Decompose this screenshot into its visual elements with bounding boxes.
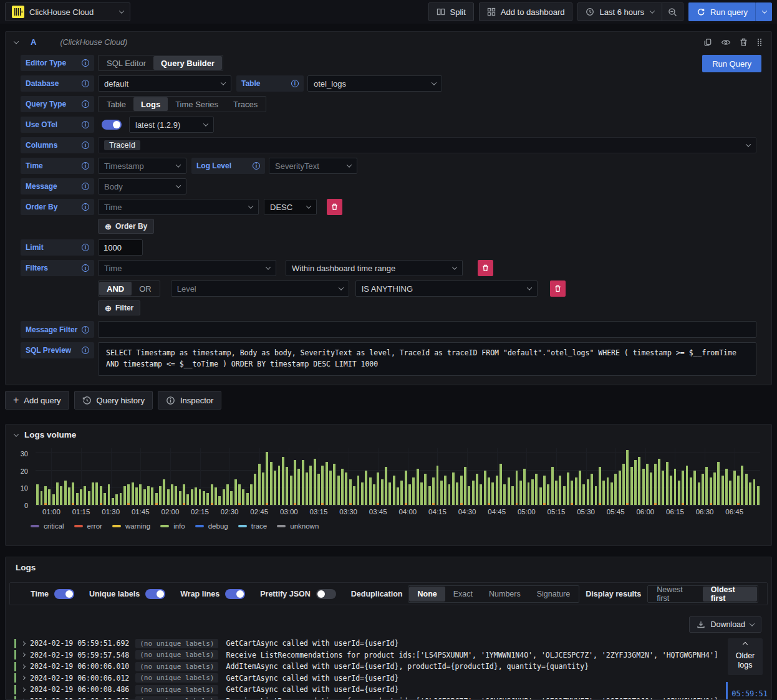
log-row[interactable]: 2024-02-19 06:00:18.663(no unique labels… — [14, 696, 763, 700]
message-filter-input[interactable] — [98, 321, 756, 338]
expand-log-icon[interactable] — [21, 676, 26, 680]
order-by-label: Order Byi — [21, 199, 94, 215]
filter2-field-select[interactable]: Level — [171, 280, 349, 297]
log-row[interactable]: 2024-02-19 06:00:08.486(no unique labels… — [14, 684, 763, 696]
scroll-indicator[interactable] — [726, 682, 728, 700]
dedup-none[interactable]: None — [409, 587, 445, 602]
legend-swatch — [74, 525, 83, 527]
volume-bar — [662, 471, 664, 505]
editor-type-sql-editor[interactable]: SQL Editor — [99, 56, 153, 70]
otel-version-select[interactable]: latest (1.2.9) — [129, 117, 214, 133]
expand-log-icon[interactable] — [21, 653, 26, 657]
log-row[interactable]: 2024-02-19 05:59:51.692(no unique labels… — [14, 638, 763, 650]
expand-log-icon[interactable] — [21, 641, 26, 646]
volume-bar — [183, 484, 185, 505]
remove-query-icon[interactable] — [740, 38, 748, 47]
use-otel-toggle[interactable] — [102, 120, 122, 130]
time-range-picker[interactable]: Last 6 hours — [577, 2, 662, 21]
older-logs-button[interactable]: Older logs — [728, 638, 763, 675]
dedup-numbers[interactable]: Numbers — [481, 587, 529, 602]
volume-bar — [68, 487, 70, 505]
filter2-operator-select[interactable]: IS ANYTHING — [355, 280, 538, 297]
database-select[interactable]: default — [98, 75, 231, 92]
legend-item-trace[interactable]: trace — [238, 522, 268, 530]
duplicate-query-icon[interactable] — [703, 38, 712, 47]
zoom-out-button[interactable] — [662, 2, 683, 21]
log-row[interactable]: 2024-02-19 06:00:06.012(no unique labels… — [14, 673, 763, 684]
legend-item-warning[interactable]: warning — [112, 522, 150, 530]
volume-bar — [397, 487, 399, 505]
filter-field-select[interactable]: Time — [98, 260, 276, 276]
table-label: Tablei — [236, 75, 304, 92]
legend-item-error[interactable]: error — [74, 522, 102, 530]
add-order-by-button[interactable]: ⊕Order By — [98, 219, 154, 234]
add-filter-button[interactable]: ⊕Filter — [98, 300, 140, 315]
datasource-picker[interactable]: ClickHouse Cloud — [5, 2, 130, 21]
volume-bar — [595, 486, 597, 505]
query-type-traces[interactable]: Traces — [226, 97, 265, 111]
log-row[interactable]: 2024-02-19 05:59:57.548(no unique labels… — [14, 650, 763, 661]
filter-join-or[interactable]: OR — [132, 282, 159, 295]
add-query-button[interactable]: + Add query — [5, 391, 69, 410]
table-select[interactable]: otel_logs — [307, 75, 442, 92]
legend-item-debug[interactable]: debug — [195, 522, 228, 530]
display-newest-first[interactable]: Newest first — [649, 587, 703, 602]
remove-filter2-button[interactable] — [550, 280, 566, 297]
drag-handle-icon[interactable] — [756, 38, 763, 47]
expand-log-icon[interactable] — [21, 688, 26, 692]
expand-log-icon[interactable] — [21, 664, 26, 669]
editor-type-query-builder[interactable]: Query Builder — [153, 56, 222, 70]
query-type-table[interactable]: Table — [99, 97, 133, 111]
download-button[interactable]: Download — [689, 616, 761, 633]
legend-item-unknown[interactable]: unknown — [277, 522, 319, 530]
columns-multiselect[interactable]: TraceId — [98, 137, 756, 153]
time-toggle[interactable] — [54, 589, 74, 599]
expand-log-icon[interactable] — [21, 699, 26, 699]
wrap-lines-toggle[interactable] — [225, 589, 245, 599]
volume-bar — [456, 482, 458, 505]
query-type-time-series[interactable]: Time Series — [168, 97, 226, 111]
limit-input[interactable] — [98, 239, 143, 256]
time-column-select[interactable]: Timestamp — [98, 158, 186, 174]
dedup-signature[interactable]: Signature — [529, 587, 579, 602]
hide-response-icon[interactable] — [721, 38, 731, 47]
volume-bar — [555, 481, 557, 505]
remove-order-by-button[interactable] — [327, 199, 342, 215]
run-query-button[interactable]: Run query — [688, 2, 756, 21]
message-column-select[interactable]: Body — [98, 178, 186, 194]
order-by-field-select[interactable]: Time — [98, 199, 259, 215]
column-chip[interactable]: TraceId — [104, 140, 140, 150]
sql-preview-label: SQL Previewi — [21, 342, 94, 358]
add-to-dashboard-button[interactable]: Add to dashboard — [479, 2, 573, 21]
display-results-label: Display results — [586, 590, 641, 598]
legend-item-info[interactable]: info — [160, 522, 185, 530]
log-level-select[interactable]: SeverityText — [269, 158, 357, 174]
editor-type-label: Editor Typei — [21, 55, 94, 71]
volume-bar — [587, 479, 589, 505]
volume-bar — [278, 466, 281, 505]
collapse-query-icon[interactable] — [14, 39, 19, 44]
query-type-label: Query Typei — [21, 96, 94, 112]
filter-join-and[interactable]: AND — [99, 282, 132, 295]
inspector-button[interactable]: Inspector — [158, 391, 221, 410]
legend-item-critical[interactable]: critical — [31, 522, 64, 530]
query-type-logs[interactable]: Logs — [133, 97, 168, 111]
query-history-button[interactable]: Query history — [74, 391, 153, 410]
filter-operator-select[interactable]: Within dashboard time range — [286, 260, 463, 276]
scroll-time-label: 05:59:51 — [731, 689, 768, 698]
query-ref-id[interactable]: A — [31, 37, 36, 47]
unique-labels-toggle[interactable] — [145, 589, 165, 599]
display-oldest-first[interactable]: Oldest first — [703, 587, 757, 602]
dedup-exact[interactable]: Exact — [445, 587, 481, 602]
collapse-logs-volume-icon[interactable] — [14, 431, 19, 436]
split-button[interactable]: Split — [428, 2, 474, 21]
volume-bar — [642, 469, 645, 505]
run-query-options-button[interactable] — [756, 2, 772, 21]
volume-bar — [690, 477, 692, 505]
run-query-split-button: Run query — [688, 2, 772, 21]
log-row[interactable]: 2024-02-19 06:00:06.010(no unique labels… — [14, 661, 763, 673]
order-by-direction-select[interactable]: DESC — [264, 199, 317, 215]
remove-filter-button[interactable] — [478, 260, 493, 276]
prettify-json-toggle[interactable] — [316, 589, 336, 599]
message-filter-label: Message Filteri — [21, 321, 94, 338]
